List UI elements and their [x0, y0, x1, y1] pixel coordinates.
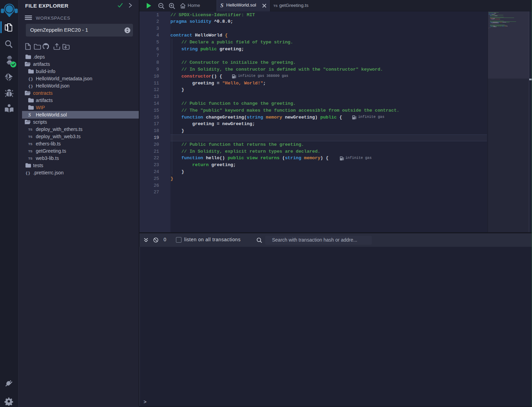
svg-text:{}: {}: [28, 84, 33, 89]
svg-text:TS: TS: [28, 149, 32, 153]
svg-text:{}: {}: [25, 171, 30, 175]
svg-text:TS: TS: [28, 128, 32, 131]
svg-text:{}: {}: [28, 77, 33, 81]
svg-text:TS: TS: [28, 135, 32, 139]
svg-text:TS: TS: [28, 156, 32, 160]
svg-text:TS: TS: [28, 142, 32, 146]
svg-text:S: S: [28, 112, 31, 118]
